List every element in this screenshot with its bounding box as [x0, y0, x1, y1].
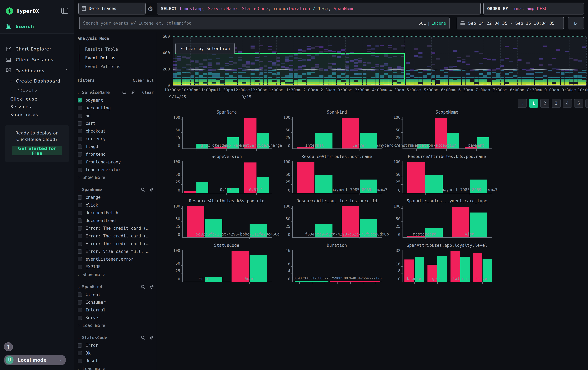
analysis-mode-results-table[interactable]: Results Table [79, 45, 154, 54]
checkbox[interactable] [78, 168, 82, 172]
search-icon[interactable] [141, 187, 145, 192]
help-button[interactable]: ? [4, 342, 13, 351]
delta-chart-duration[interactable]: Duration16840101937514051285832757590858… [279, 243, 389, 287]
sidebar-item-kubernetes[interactable]: Kubernetes [10, 112, 38, 117]
filter-option-checkout[interactable]: checkout [78, 129, 154, 133]
checkbox[interactable] [78, 152, 82, 157]
delta-chart-spanattributes-yment-card-type[interactable]: SpanAttributes...yment.card_type10050250… [389, 199, 499, 243]
page-button-3[interactable]: 3 [552, 99, 561, 108]
orderby-editor[interactable]: ORDER BY Timestamp DESC [483, 3, 584, 14]
delta-chart-spanattributes-app-loyalty-level[interactable]: SpanAttributes.app.loyalty.level321680br… [389, 243, 499, 287]
filter-option-eventlistener-error[interactable]: eventListener.error [78, 257, 154, 261]
search-icon[interactable] [141, 284, 145, 289]
checkbox[interactable] [78, 129, 82, 133]
filter-option-click[interactable]: click [78, 203, 154, 208]
presets-toggle[interactable]: ⌄ PRESETS [10, 88, 38, 92]
checkbox[interactable] [78, 219, 82, 223]
load-more-button[interactable]: ›Load more [78, 366, 154, 370]
checkbox[interactable] [78, 351, 82, 355]
checkbox[interactable] [78, 316, 82, 320]
filter-option-payment[interactable]: ✓payment [78, 98, 154, 103]
date-range-picker[interactable]: Sep 14 22:04:35 - Sep 15 10:04:35 [457, 17, 564, 30]
sidebar-item-client-sessions[interactable]: Client Sessions [6, 57, 53, 62]
checkbox[interactable] [78, 265, 82, 269]
checkbox[interactable] [78, 160, 82, 164]
sql-select-editor[interactable]: SELECT Timestamp, ServiceName, StatusCod… [157, 3, 481, 14]
delta-chart-resourceattribu-ice-instance-id[interactable]: ResourceAttribu..ice.instance.id10050250… [279, 199, 389, 243]
page-next-button[interactable]: › [585, 99, 588, 108]
delta-chart-resourceattributes-k8s-pod-uid[interactable]: ResourceAttributes.k8s.pod.uid100502505e… [169, 199, 279, 243]
filter-option-client[interactable]: Client [78, 292, 154, 297]
checkbox[interactable] [78, 249, 82, 254]
checkbox[interactable] [78, 242, 82, 246]
user-menu[interactable]: U Local mode › [4, 355, 66, 365]
heatmap-selection-box[interactable] [175, 53, 404, 84]
event-search-input[interactable]: Search your events w/ Lucene ex. column:… [79, 17, 450, 30]
checkbox[interactable] [78, 121, 82, 126]
page-button-2[interactable]: 2 [540, 99, 549, 108]
clear-filter-button[interactable]: Clear [142, 90, 154, 95]
filter-option-server[interactable]: Server [78, 315, 154, 320]
checkbox[interactable] [78, 257, 82, 261]
filter-option-error-visa-cache-full-[interactable]: Error: Visa cache full: … [78, 249, 154, 254]
sidebar-item-search[interactable]: Search [6, 24, 34, 29]
lang-lucene[interactable]: Lucene [431, 21, 446, 26]
delta-chart-resourceattributes-k8s-pod-name[interactable]: ResourceAttributes.k8s.pod.name10050250p… [389, 154, 499, 199]
pin-icon[interactable] [149, 187, 154, 192]
filter-section-header-spanname[interactable]: ⌄SpanName [78, 187, 154, 192]
filter-option-error-the-credit-card-[interactable]: Error: The credit card (… [78, 226, 154, 231]
sidebar-item-chart-explorer[interactable]: Chart Explorer [6, 46, 51, 51]
checkbox[interactable] [78, 203, 82, 207]
sidebar-item-services[interactable]: Services [10, 104, 31, 109]
checkbox-checked[interactable]: ✓ [78, 98, 82, 102]
filter-option-ad[interactable]: ad [78, 113, 154, 118]
filter-option-flagd[interactable]: flagd [78, 144, 154, 149]
checkbox[interactable] [78, 300, 82, 305]
checkbox[interactable] [78, 226, 82, 230]
sidebar-item-clickhouse[interactable]: ClickHouse [10, 97, 38, 101]
filter-option-consumer[interactable]: Consumer [78, 300, 154, 305]
pin-icon[interactable] [149, 284, 154, 289]
delta-chart-resourceattributes-host-name[interactable]: ResourceAttributes.host.name10050250paym… [279, 154, 389, 199]
checkbox[interactable] [78, 211, 82, 215]
page-prev-button[interactable]: ‹ [518, 99, 527, 108]
checkbox[interactable] [78, 137, 82, 141]
checkbox[interactable] [78, 359, 82, 363]
checkbox[interactable] [78, 343, 82, 348]
search-icon[interactable] [141, 335, 145, 340]
lang-sql[interactable]: SQL [419, 21, 426, 26]
delta-chart-scopeversion[interactable]: ScopeVersion100502500.1.00.51.1 [169, 154, 279, 199]
filter-option-unset[interactable]: Unset [78, 359, 154, 363]
checkbox[interactable] [78, 234, 82, 238]
filter-by-selection-button[interactable]: Filter by Selection [175, 43, 235, 54]
delta-chart-statuscode[interactable]: StatusCode10050250ErrorUnset [169, 243, 279, 287]
sidebar-item-dashboards[interactable]: Dashboards ⌃ [6, 68, 68, 73]
pin-icon[interactable] [130, 90, 135, 95]
sidebar-collapse-icon[interactable] [61, 8, 68, 14]
delta-chart-spanname[interactable]: SpanName10050250grpc.oteldemo.PaymentSer… [169, 110, 279, 154]
checkbox[interactable] [78, 144, 82, 149]
run-query-button[interactable]: ▷ [568, 17, 584, 30]
get-started-button[interactable]: Get Started for Free [12, 146, 62, 155]
filter-section-header-spankind[interactable]: ⌄SpanKind [78, 284, 154, 289]
checkbox[interactable] [78, 308, 82, 312]
search-icon[interactable] [122, 90, 127, 95]
load-more-button[interactable]: ›Load more [78, 323, 154, 328]
checkbox[interactable] [78, 195, 82, 200]
show-more-button[interactable]: ›Show more [78, 175, 154, 180]
filter-option-change[interactable]: change [78, 195, 154, 200]
filter-option-frontend[interactable]: frontend [78, 152, 154, 157]
filter-option-error-the-credit-card-[interactable]: Error: The credit card (… [78, 241, 154, 246]
create-dashboard-button[interactable]: +Create Dashboard [9, 79, 60, 83]
checkbox[interactable] [78, 292, 82, 297]
source-select[interactable]: Demo Traces ⌃⌄ [78, 3, 146, 14]
delta-chart-scopename[interactable]: ScopeName10050250@hyperdx/instrumentatio… [389, 110, 499, 154]
pin-icon[interactable] [149, 335, 154, 340]
clear-all-button[interactable]: Clear all [133, 78, 154, 83]
filter-option-frontend-proxy[interactable]: frontend-proxy [78, 160, 154, 164]
page-button-4[interactable]: 4 [563, 99, 572, 108]
filter-option-documentfetch[interactable]: documentFetch [78, 210, 154, 215]
filter-option-currency[interactable]: currency [78, 136, 154, 141]
gear-icon[interactable]: ⚙ [146, 5, 154, 13]
filter-option-cart[interactable]: cart [78, 121, 154, 126]
